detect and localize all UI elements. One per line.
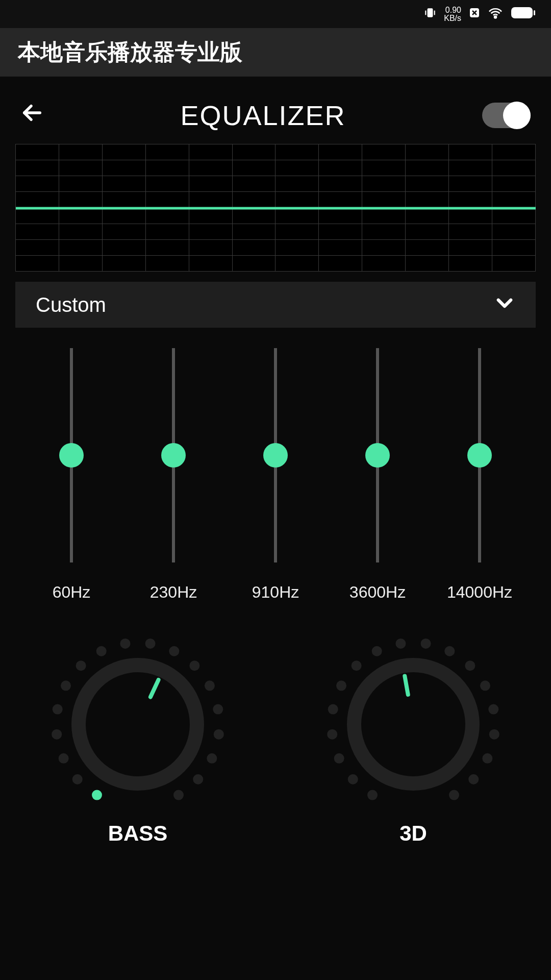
equalizer-toggle[interactable] (482, 103, 531, 128)
grid-cell (59, 208, 103, 224)
svg-rect-5 (511, 7, 533, 18)
grid-cell (146, 224, 189, 240)
grid-cell (233, 240, 276, 256)
bass-knob-col: BASS (46, 632, 230, 846)
grid-cell (362, 256, 406, 272)
grid-cell (233, 176, 276, 192)
grid-cell (103, 192, 146, 208)
grid-cell (362, 144, 406, 160)
eq-sliders-row: 60Hz230Hz910Hz3600Hz14000Hz (0, 338, 551, 612)
slider-freq-label: 60Hz (53, 583, 91, 602)
grid-cell (59, 224, 103, 240)
toggle-knob (503, 102, 531, 129)
knob-tick (444, 646, 455, 656)
knob-tick (213, 704, 223, 715)
vibrate-icon (423, 6, 437, 22)
knob-tick (468, 774, 479, 785)
grid-cell (16, 176, 59, 192)
eq-slider[interactable]: 14000Hz (449, 348, 510, 602)
slider-freq-label: 230Hz (150, 583, 197, 602)
threeD-knob-label: 3D (399, 821, 427, 846)
grid-cell (492, 144, 536, 160)
grid-cell (276, 144, 319, 160)
knob-tick (61, 680, 71, 691)
grid-cell (146, 208, 189, 224)
slider-track (70, 348, 73, 562)
bass-knob[interactable] (46, 632, 230, 816)
eq-slider[interactable]: 230Hz (143, 348, 204, 602)
grid-cell (362, 208, 406, 224)
knob-tick (482, 753, 492, 764)
threeD-knob[interactable] (321, 632, 505, 816)
knob-tick (336, 680, 346, 691)
grid-cell (189, 256, 233, 272)
grid-cell (16, 256, 59, 272)
grid-cell (233, 192, 276, 208)
slider-freq-label: 3600Hz (349, 583, 406, 602)
grid-cell (406, 192, 449, 208)
grid-cell (492, 240, 536, 256)
eq-curve-panel (0, 144, 551, 272)
knob-tick (395, 639, 406, 649)
preset-dropdown[interactable]: Custom (15, 282, 536, 328)
battery-icon (510, 6, 536, 22)
grid-cell (276, 256, 319, 272)
knob-tick (145, 639, 156, 649)
knob-tick (52, 729, 62, 740)
grid-cell (189, 208, 233, 224)
knob-tick (189, 660, 199, 671)
svg-rect-0 (428, 8, 433, 17)
grid-cell (406, 176, 449, 192)
network-speed: 0.90 KB/s (444, 6, 461, 22)
knob-tick (205, 680, 215, 691)
grid-cell (189, 192, 233, 208)
grid-cell (319, 192, 362, 208)
grid-cell (362, 176, 406, 192)
grid-cell (362, 240, 406, 256)
slider-thumb[interactable] (161, 443, 186, 468)
grid-cell (449, 176, 492, 192)
grid-cell (16, 144, 59, 160)
grid-cell (103, 176, 146, 192)
grid-cell (59, 160, 103, 176)
grid-cell (276, 208, 319, 224)
eq-slider[interactable]: 60Hz (41, 348, 102, 602)
knob-tick (53, 704, 63, 715)
slider-thumb[interactable] (365, 443, 390, 468)
grid-cell (103, 224, 146, 240)
eq-curve-line (16, 207, 536, 209)
grid-cell (319, 160, 362, 176)
slider-thumb[interactable] (263, 443, 288, 468)
grid-cell (146, 192, 189, 208)
knob-tick (465, 660, 475, 671)
eq-slider[interactable]: 910Hz (245, 348, 306, 602)
grid-cell (492, 208, 536, 224)
eq-slider[interactable]: 3600Hz (347, 348, 408, 602)
grid-cell (16, 240, 59, 256)
grid-cell (59, 144, 103, 160)
grid-cell (449, 144, 492, 160)
slider-thumb[interactable] (59, 443, 84, 468)
grid-cell (362, 224, 406, 240)
knob-tick (421, 639, 431, 649)
speed-unit: KB/s (444, 14, 461, 22)
grid-cell (16, 208, 59, 224)
knob-tick (92, 790, 102, 800)
knob-tick (207, 753, 217, 764)
bass-knob-label: BASS (108, 821, 168, 846)
grid-cell (103, 208, 146, 224)
grid-cell (276, 176, 319, 192)
grid-cell (59, 256, 103, 272)
grid-cell (146, 256, 189, 272)
slider-thumb[interactable] (467, 443, 492, 468)
knob-ring (347, 658, 480, 791)
grid-cell (362, 160, 406, 176)
grid-cell (449, 208, 492, 224)
slider-track (478, 348, 481, 562)
knob-tick (214, 729, 224, 740)
back-arrow-icon[interactable] (20, 101, 44, 130)
page-title: EQUALIZER (180, 100, 345, 131)
grid-cell (319, 144, 362, 160)
svg-rect-2 (434, 11, 435, 15)
preset-label: Custom (36, 293, 106, 316)
